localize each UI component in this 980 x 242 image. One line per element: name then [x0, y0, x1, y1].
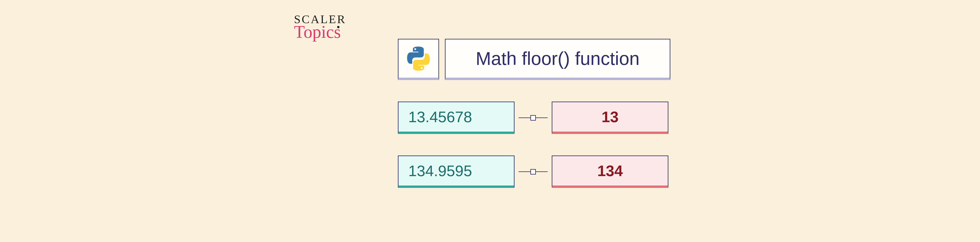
input-value: 134.9595	[398, 156, 514, 188]
connector-node	[530, 169, 536, 175]
connector-line	[519, 171, 530, 172]
python-icon-box	[398, 39, 439, 80]
output-value: 134	[552, 156, 668, 188]
logo-dot	[337, 26, 339, 28]
example-rows: 13.45678 13 134.9595 134	[398, 102, 670, 188]
connector-line	[536, 171, 547, 172]
output-value: 13	[552, 102, 668, 134]
example-row: 134.9595 134	[398, 156, 670, 188]
brand-logo: SCALER Topics	[294, 13, 346, 41]
python-icon	[406, 46, 431, 72]
header-row: Math floor() function	[398, 39, 670, 80]
connector-line	[536, 118, 547, 118]
logo-line1: SCALER	[294, 13, 346, 25]
connector-line	[519, 118, 530, 118]
title-box: Math floor() function	[445, 39, 670, 80]
input-value: 13.45678	[398, 102, 514, 134]
connector-node	[530, 115, 536, 121]
diagram-content: Math floor() function 13.45678 13 134.95…	[398, 39, 670, 209]
example-row: 13.45678 13	[398, 102, 670, 134]
connector	[514, 115, 552, 121]
connector	[514, 169, 552, 175]
